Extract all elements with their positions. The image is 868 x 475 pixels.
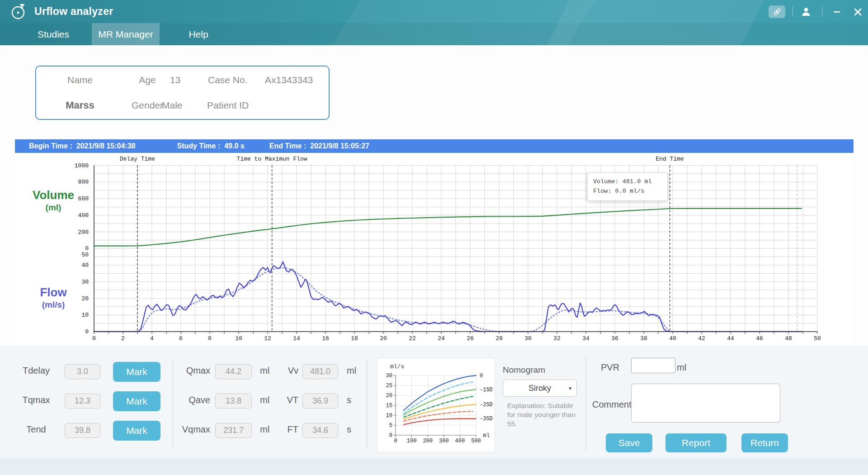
ft-field[interactable] — [302, 423, 338, 438]
svg-text:4: 4 — [150, 335, 154, 342]
svg-text:8: 8 — [208, 335, 212, 342]
svg-text:15: 15 — [386, 403, 392, 409]
svg-text:14: 14 — [293, 335, 300, 342]
svg-text:20: 20 — [386, 393, 392, 399]
patient-age-label: Age — [125, 75, 170, 86]
menu-item-help[interactable]: Help — [186, 23, 211, 45]
patient-name-value: Marss — [55, 100, 105, 111]
return-button[interactable]: Return — [741, 433, 788, 452]
divider — [586, 357, 586, 450]
svg-text:42: 42 — [698, 335, 705, 342]
qmax-field[interactable] — [215, 364, 252, 379]
svg-text:12: 12 — [264, 335, 271, 342]
chart-tooltip: Volume: 481.0 ml Flow: 0.0 ml/s — [587, 173, 668, 201]
qmax-label: Qmax — [176, 366, 210, 376]
nomogram-select[interactable]: Siroky ▾ — [503, 380, 577, 397]
qmax-unit: ml — [260, 366, 269, 376]
vt-label: VT — [278, 395, 298, 405]
user-icon[interactable] — [800, 5, 812, 18]
vv-field[interactable] — [302, 364, 338, 379]
svg-text:48: 48 — [785, 335, 792, 342]
svg-text:400: 400 — [78, 212, 89, 219]
study-time-bar: Begin Time : 2021/9/8 15:04:38 Study Tim… — [15, 139, 854, 153]
footer-strip — [0, 458, 868, 475]
tooltip-flow: Flow: 0.0 ml/s — [593, 187, 662, 196]
svg-text:36: 36 — [611, 335, 618, 342]
svg-text:End Time: End Time — [656, 156, 684, 162]
qave-unit: ml — [260, 395, 269, 405]
vt-unit: s — [347, 395, 351, 405]
svg-text:100: 100 — [407, 438, 417, 444]
svg-text:200: 200 — [78, 229, 89, 236]
app-window: Urflow analyzer — [0, 0, 868, 475]
app-logo-icon — [10, 3, 27, 21]
vqmax-field[interactable] — [215, 423, 252, 438]
comments-label: Comments — [592, 399, 636, 410]
svg-text:10: 10 — [81, 312, 89, 318]
tdelay-field[interactable] — [65, 364, 100, 379]
flow-axis-unit: (ml/s) — [19, 300, 87, 310]
mark-tdelay-button[interactable]: Mark — [113, 362, 160, 382]
svg-text:20: 20 — [380, 335, 387, 342]
tend-field[interactable] — [65, 423, 100, 438]
svg-text:800: 800 — [78, 179, 89, 185]
tdelay-label: Tdelay — [16, 366, 57, 376]
link-icon[interactable] — [769, 5, 785, 18]
report-button[interactable]: Report — [665, 433, 726, 452]
nomogram-chart: 05101520253001002003004005000-1SD-2SD-3S… — [377, 358, 495, 452]
svg-text:38: 38 — [640, 335, 647, 342]
qave-label: Qave — [176, 395, 210, 405]
main-menu: Studies MR Manager Help — [0, 23, 868, 45]
svg-text:Time to Maximun Flow: Time to Maximun Flow — [237, 156, 307, 162]
vqmax-label: Vqmax — [176, 424, 210, 435]
svg-text:30: 30 — [524, 335, 532, 342]
minimize-icon[interactable] — [831, 5, 843, 18]
svg-text:28: 28 — [495, 335, 503, 342]
flow-axis-label: Flow — [19, 285, 87, 299]
svg-text:46: 46 — [756, 335, 763, 342]
uroflow-chart-area: Volume (ml) Flow (ml/s) Delay TimeTime t… — [15, 153, 854, 345]
svg-text:-1SD: -1SD — [480, 387, 493, 393]
titlebar-separator — [822, 7, 822, 17]
begin-time-label: Begin Time : — [29, 142, 72, 150]
tqmax-field[interactable] — [65, 394, 100, 408]
svg-text:40: 40 — [669, 335, 676, 342]
patient-case-value: Ax1343343 — [265, 75, 313, 86]
svg-text:26: 26 — [467, 335, 474, 342]
pvr-unit: ml — [677, 362, 686, 373]
study-time: Study Time : 49.0 s — [177, 142, 245, 150]
close-icon[interactable] — [852, 5, 863, 18]
svg-text:32: 32 — [553, 335, 561, 342]
study-time-label: Study Time : — [177, 142, 221, 150]
uroflow-chart[interactable]: Delay TimeTime to Maximun FlowEnd Time02… — [15, 153, 854, 345]
svg-text:-3SD: -3SD — [480, 416, 493, 422]
divider — [367, 360, 367, 448]
pvr-label: PVR — [601, 362, 619, 373]
svg-text:1000: 1000 — [75, 162, 89, 169]
nomogram-selected-value: Siroky — [528, 384, 551, 393]
svg-text:Delay Time: Delay Time — [120, 156, 155, 162]
svg-text:-2SD: -2SD — [480, 402, 493, 408]
menu-item-studies[interactable]: Studies — [34, 23, 72, 45]
comments-textarea[interactable] — [631, 384, 780, 423]
svg-text:24: 24 — [438, 335, 445, 342]
vt-field[interactable] — [302, 394, 338, 408]
chevron-down-icon: ▾ — [569, 385, 571, 391]
svg-text:10: 10 — [386, 413, 392, 419]
qave-field[interactable] — [215, 394, 252, 408]
mark-tend-button[interactable]: Mark — [113, 421, 160, 441]
nomogram-explanation: Explanation: Suitable for male younger t… — [507, 401, 576, 428]
svg-text:0: 0 — [480, 373, 483, 379]
svg-text:300: 300 — [439, 438, 449, 444]
svg-text:ml: ml — [483, 432, 490, 439]
mark-tqmax-button[interactable]: Mark — [113, 391, 160, 411]
pvr-input[interactable] — [631, 358, 675, 373]
save-button[interactable]: Save — [606, 433, 652, 452]
svg-text:34: 34 — [582, 335, 590, 342]
titlebar: Urflow analyzer — [0, 0, 868, 23]
divider — [173, 360, 173, 448]
menu-item-mr-manager[interactable]: MR Manager — [92, 23, 160, 45]
vv-label: Vv — [278, 366, 298, 376]
end-time-label: End Time : — [269, 142, 307, 150]
svg-text:2: 2 — [121, 335, 125, 342]
